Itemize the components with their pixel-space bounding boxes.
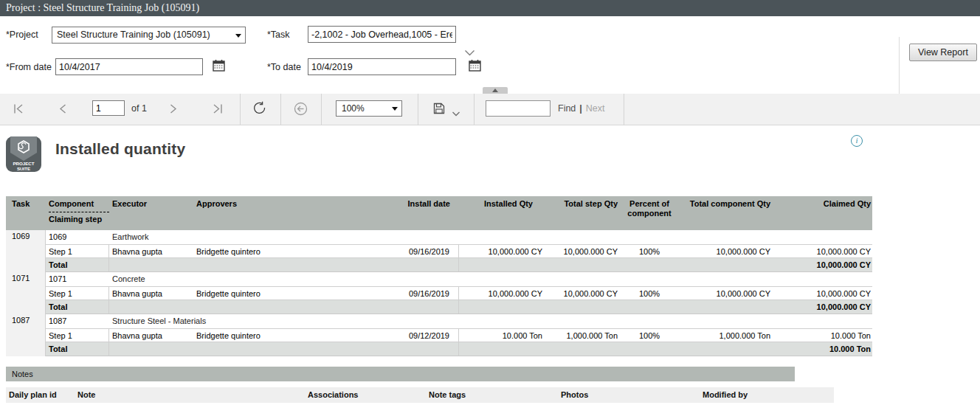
export-menu-chevron-icon[interactable] (452, 108, 460, 119)
from-date-label: *From date (6, 59, 52, 76)
chevron-down-icon[interactable] (464, 46, 475, 59)
window-title-bar: Project : Steel Structure Training Job (… (0, 0, 980, 16)
cell-install-date: 09/12/2019 (343, 329, 459, 342)
notes-header-row: Daily plan id Note Associations Note tag… (6, 387, 834, 403)
cell-step-name: Step 1 (46, 245, 109, 257)
page-count-label: of 1 (131, 103, 147, 114)
export-save-button[interactable] (432, 102, 446, 117)
cell-executor: Bhavna gupta (109, 329, 193, 342)
cell-total-claimed-qty: 10,000.000 CY (776, 300, 872, 314)
cell-component-name: Structure Steel - Materials (109, 314, 872, 328)
cell-total-label: Total (46, 342, 109, 356)
cell-approvers: Bridgette quintero (193, 245, 343, 257)
cell-total-label: Total (46, 300, 109, 314)
cell-total-claimed-qty: 10,000.000 CY (776, 258, 872, 271)
notes-header-modified-by: Modified by (703, 390, 748, 399)
find-text-input[interactable] (486, 100, 551, 117)
cell-total-component-qty: 1,000.000 Ton (675, 329, 776, 342)
report-viewer-toolbar: of 1 (0, 94, 980, 125)
dropdown-arrow-icon (235, 34, 241, 38)
cell-task-id: 1069 (6, 230, 46, 272)
step-row: Step 1 Bhavna gupta Bridgette quintero 0… (46, 244, 872, 258)
find-next-separator: | (579, 103, 582, 114)
table-group: 1071 1071 Concrete Step 1 Bhavna gupta B… (6, 272, 872, 314)
logo-line2-text: SUITE (17, 166, 30, 171)
notes-label: Notes (12, 370, 33, 378)
cell-total-claimed-qty: 10.000 Ton (776, 342, 872, 356)
header-dashed-divider (49, 212, 109, 212)
cell-component-id: 1069 (46, 230, 109, 244)
header-total-step-qty: Total step Qty (546, 196, 624, 230)
toolbar-separator (418, 94, 418, 125)
cell-claimed-qty: 10,000.000 CY (776, 245, 872, 257)
cell-percent: 100% (624, 287, 675, 299)
step-row: Step 1 Bhavna gupta Bridgette quintero 0… (46, 328, 872, 342)
page-title: Project : Steel Structure Training Job (… (6, 2, 199, 13)
header-installed-qty: Installed Qty (459, 196, 546, 230)
notes-section-band: Notes (6, 367, 795, 381)
installed-quantity-table: Task Component Claiming step Executor Ap… (6, 196, 872, 356)
info-icon[interactable]: i (851, 135, 863, 147)
header-component-label: Component (49, 199, 94, 208)
component-row: 1071 Concrete (46, 272, 872, 286)
previous-page-button[interactable] (58, 103, 68, 117)
header-claimed-qty: Claimed Qty (776, 196, 872, 230)
component-row: 1087 Structure Steel - Materials (46, 314, 872, 328)
zoom-select-value: 100% (342, 103, 365, 114)
cell-percent: 100% (624, 245, 675, 257)
header-executor: Executor (109, 196, 193, 230)
cell-task-id: 1087 (6, 314, 46, 356)
back-to-parent-report-button[interactable] (294, 102, 308, 118)
cell-installed-qty: 10,000.000 CY (459, 287, 546, 299)
cell-install-date: 09/16/2019 (343, 287, 459, 299)
cell-approvers: Bridgette quintero (193, 329, 343, 342)
table-group: 1069 1069 Earthwork Step 1 Bhavna gupta … (6, 230, 872, 272)
notes-header-note: Note (77, 390, 95, 399)
notes-header-associations: Associations (308, 390, 358, 399)
notes-header-daily-plan-id: Daily plan id (9, 390, 57, 399)
cell-installed-qty: 10.000 Ton (459, 329, 546, 342)
to-date-calendar-icon[interactable] (467, 59, 482, 74)
report-title: Installed quantity (55, 140, 185, 158)
toolbar-separator (624, 94, 624, 125)
from-date-calendar-icon[interactable] (211, 59, 226, 74)
cell-installed-qty: 10,000.000 CY (459, 245, 546, 257)
cell-component-name: Earthwork (109, 230, 872, 244)
project-select-value: Steel Structure Training Job (105091) (57, 30, 210, 40)
toolbar-separator (280, 94, 281, 125)
cell-component-name: Concrete (109, 272, 872, 286)
component-row: 1069 Earthwork (46, 230, 872, 244)
notes-header-note-tags: Note tags (429, 390, 466, 399)
step-row: Step 1 Bhavna gupta Bridgette quintero 0… (46, 286, 872, 300)
task-input[interactable] (308, 26, 456, 43)
zoom-select[interactable]: 100% (336, 100, 402, 117)
next-page-button[interactable] (168, 103, 179, 117)
cell-claimed-qty: 10.000 Ton (776, 329, 872, 342)
cell-component-id: 1087 (46, 314, 109, 328)
toolbar-separator (321, 94, 322, 125)
project-select[interactable]: Steel Structure Training Job (105091) (52, 27, 246, 44)
parameter-collapse-handle[interactable] (483, 87, 508, 94)
last-page-button[interactable] (211, 103, 224, 117)
find-link[interactable]: Find (558, 103, 576, 114)
view-report-button[interactable]: View Report (909, 44, 977, 61)
project-suite-logo: PROJECT SUITE (6, 136, 41, 172)
cell-total-component-qty: 10,000.000 CY (675, 245, 776, 257)
refresh-button[interactable] (252, 101, 267, 118)
from-date-input[interactable] (55, 58, 203, 75)
cell-component-id: 1071 (46, 272, 109, 286)
cell-percent: 100% (624, 329, 675, 342)
cell-total-step-qty: 1,000.000 Ton (546, 329, 624, 342)
page-number-input[interactable] (92, 100, 125, 116)
project-label: *Project (6, 27, 38, 44)
cell-approvers: Bridgette quintero (193, 287, 343, 299)
header-total-component-qty: Total component Qty (675, 196, 776, 230)
to-date-input[interactable] (308, 58, 456, 75)
header-percent-of-component: Percent of component (624, 196, 675, 230)
cell-total-component-qty: 10,000.000 CY (675, 287, 776, 299)
cell-executor: Bhavna gupta (109, 245, 193, 257)
first-page-button[interactable] (12, 103, 25, 117)
next-link[interactable]: Next (586, 103, 605, 114)
toolbar-separator (474, 94, 475, 125)
task-label: *Task (267, 27, 290, 44)
